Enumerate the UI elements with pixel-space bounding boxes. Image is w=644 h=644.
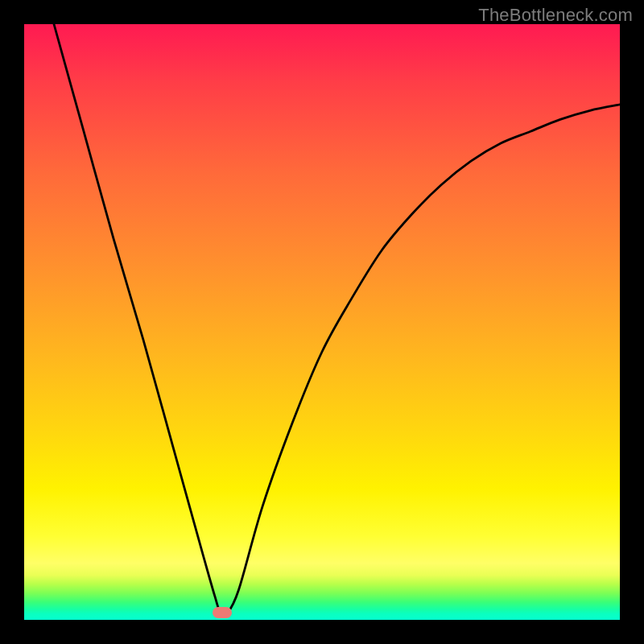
watermark-text: TheBottleneck.com	[478, 5, 633, 26]
bottleneck-curve	[24, 24, 620, 620]
chart-area	[24, 24, 620, 620]
optimal-point-marker	[213, 607, 232, 618]
